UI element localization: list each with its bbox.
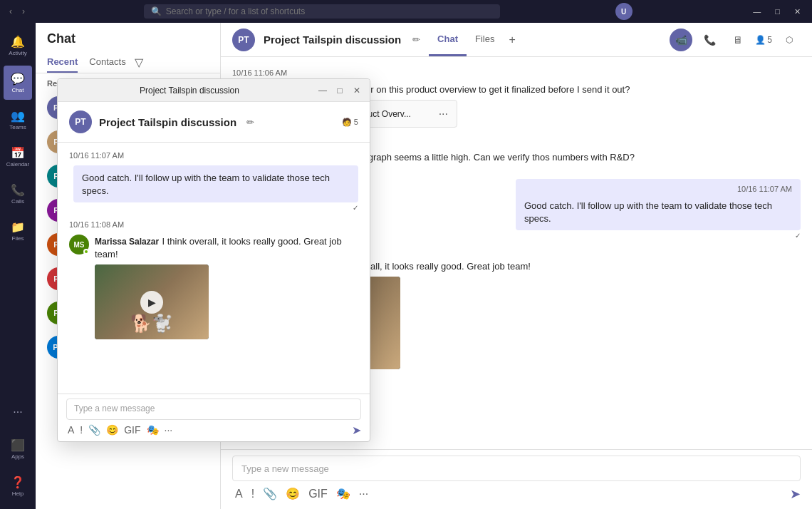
sidebar-item-apps[interactable]: ⬛ Apps [4, 432, 32, 466]
popout-emoji-icon[interactable]: 😊 [105, 423, 120, 437]
sidebar-item-teams[interactable]: 👥 Teams [4, 103, 32, 137]
popout-titlebar: Project Tailspin discussion — □ ✕ [58, 79, 370, 102]
popout-edit-icon[interactable]: ✏ [246, 117, 254, 128]
popout-msg-row-2: MS Marissa Salazar I think overall, it l… [69, 235, 358, 339]
sidebar-item-calls[interactable]: 📞 Calls [4, 177, 32, 211]
sidebar-item-chat[interactable]: 💬 Chat [4, 66, 32, 100]
topbar-actions: 📹 📞 🖥 👤 5 ⬡ [670, 29, 801, 51]
add-tab-button[interactable]: + [503, 24, 521, 56]
tab-chat[interactable]: Chat [429, 24, 467, 56]
tab-recent[interactable]: Recent [47, 52, 78, 73]
popout-message-input[interactable]: Type a new message [66, 399, 361, 420]
filter-icon[interactable]: ▽ [135, 56, 143, 69]
popout-window: Project Tailspin discussion — □ ✕ PT Pro… [57, 78, 370, 442]
chat-panel-tabs: Recent Contacts [47, 52, 126, 73]
search-icon: 🔍 [151, 6, 162, 16]
popout-send-button[interactable]: ➤ [352, 423, 361, 437]
files-icon: 📁 [11, 220, 25, 234]
calendar-icon: 📅 [11, 146, 25, 160]
popout-read-icon: ✓ [353, 204, 358, 212]
sidebar-item-calendar[interactable]: 📅 Calendar [4, 140, 32, 174]
sidebar-label-calls: Calls [11, 198, 24, 205]
popout-timestamp-2: 10/16 11:08 AM [69, 220, 358, 229]
back-button[interactable]: ‹ [6, 5, 16, 18]
popout-header: PT Project Tailspin discussion ✏ 🧑 5 [58, 102, 370, 143]
sidebar: 🔔 Activity 💬 Chat 👥 Teams 📅 Calendar 📞 C… [0, 23, 36, 509]
popout-video-thumbnail[interactable]: ▶ [95, 264, 209, 339]
maximize-button[interactable]: □ [769, 6, 786, 18]
titlebar-nav: ‹ › [6, 5, 28, 18]
titlebar: ‹ › 🔍 U — □ ✕ [0, 0, 812, 23]
popout-button[interactable]: ⬡ [778, 29, 801, 51]
sidebar-label-files: Files [12, 235, 24, 242]
input-toolbar: A ! 📎 😊 GIF 🎭 ··· ➤ [232, 484, 801, 503]
popout-msg-meta-1: ✓ [353, 204, 358, 212]
popout-format-icon[interactable]: A [66, 423, 76, 437]
group-name: Project Tailspin discussion [264, 34, 401, 46]
popout-group-name: Project Tailspin discussion [99, 116, 236, 128]
sidebar-label-calendar: Calendar [6, 161, 29, 168]
apps-icon: ⬛ [11, 438, 25, 452]
chat-icon: 💬 [11, 72, 25, 86]
popout-msg-avatar-2: MS [69, 235, 89, 254]
input-placeholder: Type a new message [241, 463, 329, 474]
send-button[interactable]: ➤ [790, 486, 801, 502]
attach-icon[interactable]: 📎 [260, 484, 280, 503]
popout-maximize-button[interactable]: □ [333, 83, 347, 98]
popout-online-indicator [83, 249, 89, 254]
user-avatar[interactable]: U [615, 3, 633, 20]
main-tabs: Chat Files + [429, 24, 521, 56]
more-icon: ··· [13, 406, 22, 418]
popout-attach-icon[interactable]: 📎 [87, 423, 102, 437]
window-controls: — □ ✕ [747, 6, 806, 18]
audio-call-button[interactable]: 📞 [698, 29, 721, 51]
gif-icon[interactable]: GIF [306, 485, 330, 503]
search-input[interactable] [166, 6, 493, 16]
popout-more-icon[interactable]: ··· [163, 423, 175, 437]
sidebar-item-more[interactable]: ··· [4, 395, 32, 429]
msg-right-meta-1: ✓ [795, 232, 801, 240]
popout-participants: 🧑 5 [342, 118, 358, 127]
popout-minimize-button[interactable]: — [316, 83, 330, 98]
read-receipt-icon: ✓ [795, 232, 801, 240]
sticker-icon[interactable]: 🎭 [333, 484, 353, 503]
emoji-icon[interactable]: 😊 [283, 484, 303, 503]
timestamp-3: 10/16 11:07 AM [524, 185, 792, 193]
message-input[interactable]: Type a new message [232, 456, 801, 481]
format-text-icon[interactable]: A [232, 485, 246, 503]
sidebar-label-chat: Chat [12, 87, 24, 93]
popout-msg-group-1: 10/16 11:07 AM Good catch. I'll follow u… [69, 151, 358, 212]
popout-sticker-icon[interactable]: 🎭 [145, 423, 160, 437]
minimize-button[interactable]: — [747, 6, 766, 18]
sidebar-item-activity[interactable]: 🔔 Activity [4, 29, 32, 63]
help-icon: ❓ [11, 475, 25, 489]
msg-bubble-right-1: 10/16 11:07 AM Good catch. I'll follow u… [516, 179, 801, 230]
popout-gif-icon[interactable]: GIF [123, 423, 142, 437]
forward-button[interactable]: › [19, 5, 28, 18]
tab-files[interactable]: Files [467, 24, 503, 56]
sidebar-label-apps: Apps [11, 453, 24, 460]
screenshare-button[interactable]: 🖥 [727, 29, 749, 51]
sidebar-item-help[interactable]: ❓ Help [4, 469, 32, 503]
participants-number: 5 [767, 35, 772, 45]
msg-text-3: Good catch. I'll follow up with the team… [524, 200, 772, 224]
edit-group-name-icon[interactable]: ✏ [412, 34, 420, 45]
more-tools-icon[interactable]: ··· [356, 485, 371, 503]
chat-panel-header: Chat Recent Contacts ▽ [36, 23, 220, 73]
close-button[interactable]: ✕ [788, 6, 806, 18]
file-more-button[interactable]: ··· [439, 108, 448, 120]
chat-panel-title: Chat [47, 31, 209, 46]
video-call-button[interactable]: 📹 [670, 29, 692, 51]
teams-icon: 👥 [11, 109, 25, 123]
main-topbar: PT Project Tailspin discussion ✏ Chat Fi… [221, 23, 812, 57]
popout-important-icon[interactable]: ! [78, 423, 84, 437]
tab-contacts[interactable]: Contacts [89, 52, 125, 73]
important-icon[interactable]: ! [249, 485, 257, 503]
popout-msg-group-2: 10/16 11:08 AM MS Marissa Salazar I thin… [69, 220, 358, 339]
search-bar[interactable]: 🔍 [144, 4, 500, 19]
popout-close-button[interactable]: ✕ [350, 83, 364, 98]
sidebar-label-help: Help [12, 490, 24, 497]
sidebar-item-files[interactable]: 📁 Files [4, 214, 32, 248]
timestamp-1: 10/16 11:06 AM [232, 68, 801, 77]
popout-play-button[interactable]: ▶ [140, 291, 163, 314]
